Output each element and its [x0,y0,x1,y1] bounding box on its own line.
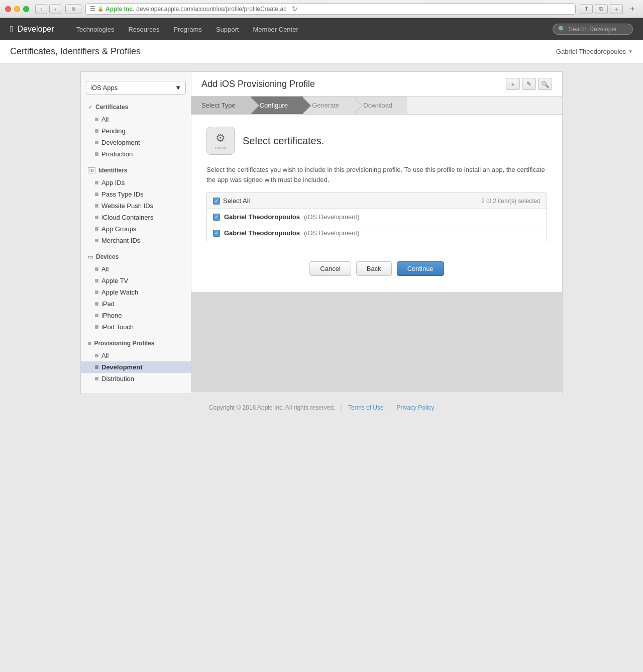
dot-icon [95,227,98,231]
platform-dropdown[interactable]: iOS Apps ▼ [86,81,186,94]
dot-icon [95,314,98,317]
devices-label: Devices [96,253,119,260]
sidebar-item-app-ids[interactable]: App IDs [81,177,191,188]
back-button[interactable]: Back [356,261,392,276]
user-menu[interactable]: Gabriel Theodoropoulos ▼ [556,48,633,55]
sidebar-item-prov-distribution[interactable]: Distribution [81,373,191,385]
cert-all-label: All [101,116,109,123]
add-button[interactable]: + [506,78,520,90]
app-groups-label: App Groups [101,225,136,233]
user-dropdown-arrow-icon: ▼ [628,49,633,54]
share-button[interactable]: ⬆ [580,4,593,14]
nav-technologies[interactable]: Technologies [69,18,122,40]
browser-navigation: ‹ › [35,4,61,14]
cert-2-name: Gabriel Theodoropoulos [224,229,300,237]
url-bar: ☰ 🔒 Apple Inc. developer.apple.com/accou… [85,4,576,15]
prov-file-icon: ⚙ PROV [206,127,235,155]
sidebar-item-merchant-ids[interactable]: Merchant IDs [81,235,191,246]
sidebar-item-ipad[interactable]: iPad [81,298,191,310]
panel-actions: + ✎ 🔍 [506,78,552,90]
identifiers-icon: ID [88,167,95,173]
devices-all-label: All [101,265,109,273]
nav-member-center[interactable]: Member Center [246,18,305,40]
search-box: 🔍 [553,24,633,35]
cancel-button[interactable]: Cancel [309,261,351,276]
cert-development-label: Development [101,139,140,146]
website-push-ids-label: Website Push IDs [101,202,153,210]
sidebar-item-devices-all[interactable]: All [81,263,191,275]
minimize-button[interactable] [14,6,20,12]
dot-icon [95,302,98,306]
ipad-label: iPad [101,300,115,308]
maximize-button[interactable] [23,6,29,12]
dot-icon [95,239,98,242]
sidebar-item-apple-watch[interactable]: Apple Watch [81,286,191,298]
edit-button[interactable]: ✎ [522,78,536,90]
configure-heading: Select certificates. [243,135,324,147]
cert-row-2: ✓ Gabriel Theodoropoulos (iOS Developmen… [207,225,547,241]
gray-area [191,292,562,393]
reload-button[interactable]: ↻ [288,4,300,14]
certificates-label: Certificates [95,104,128,111]
nav-resources[interactable]: Resources [121,18,166,40]
sidebar-item-apple-tv[interactable]: Apple TV [81,275,191,286]
select-all-text: Select All [223,197,250,205]
dot-icon [95,325,98,329]
back-nav-button[interactable]: ‹ [35,4,47,14]
reading-list-button[interactable]: + [610,4,623,14]
select-all-checkbox[interactable]: ✓ [213,198,220,205]
apple-watch-label: Apple Watch [101,289,138,296]
sidebar-item-prov-development[interactable]: Development [81,361,191,373]
bookmark-button[interactable]: ⧉ [595,4,608,14]
action-buttons: Cancel Back Continue [206,253,547,280]
sidebar-item-ipod-touch[interactable]: iPod Touch [81,321,191,333]
sidebar-item-iphone[interactable]: iPhone [81,310,191,321]
dot-icon [95,129,98,133]
dot-icon [95,181,98,184]
step-download-label: Download [363,102,392,109]
forward-nav-button[interactable]: › [49,4,61,14]
dropdown-arrow-icon: ▼ [175,84,181,91]
certificates-icon: ✓ [88,104,92,111]
search-panel-button[interactable]: 🔍 [538,78,552,90]
sidebar-item-cert-pending[interactable]: Pending [81,125,191,137]
privacy-link[interactable]: Privacy Policy [397,404,435,411]
cert-2-checkbox[interactable]: ✓ [213,230,220,237]
dot-icon [95,354,98,357]
nav-support[interactable]: Support [209,18,246,40]
sidebar-item-prov-all[interactable]: All [81,350,191,361]
sidebar-item-cert-all[interactable]: All [81,114,191,125]
list-icon: ☰ [90,6,95,13]
sidebar-item-cert-production[interactable]: Production [81,148,191,160]
search-input[interactable] [569,26,629,33]
close-button[interactable] [5,6,11,12]
separator: | [341,404,343,411]
identifiers-section: ID Identifiers App IDs Pass Type IDs Web… [81,164,191,246]
sidebar-item-app-groups[interactable]: App Groups [81,223,191,235]
sidebar-item-website-push-ids[interactable]: Website Push IDs [81,200,191,212]
certificates-section-header: ✓ Certificates [81,101,191,114]
cert-1-checkbox[interactable]: ✓ [213,214,220,221]
dot-icon [95,141,98,144]
sidebar-item-cert-development[interactable]: Development [81,137,191,148]
dot-icon [95,152,98,156]
sidebar-item-pass-type-ids[interactable]: Pass Type IDs [81,188,191,200]
select-all-label[interactable]: ✓ Select All [213,197,250,205]
pass-type-ids-label: Pass Type IDs [101,190,144,198]
tab-view-button[interactable]: ⧉ [65,4,81,14]
continue-button[interactable]: Continue [397,261,444,276]
iphone-label: iPhone [101,312,122,319]
ssl-lock-icon: 🔒 [97,6,103,12]
search-icon: 🔍 [558,26,566,33]
nav-programs[interactable]: Programs [167,18,209,40]
content-area: iOS Apps ▼ ✓ Certificates All Pending [80,71,563,394]
sidebar-item-icloud-containers[interactable]: iCloud Containers [81,212,191,223]
step-generate-label: Generate [312,102,339,109]
step-select-type[interactable]: Select Type [191,97,251,114]
instruction-text: Select the certificates you wish to incl… [206,165,547,184]
dot-icon [95,216,98,219]
terms-link[interactable]: Terms of Use [348,404,384,411]
new-tab-button[interactable]: + [627,4,638,15]
cert-row-1: ✓ Gabriel Theodoropoulos (iOS Developmen… [207,209,547,225]
certificate-table: ✓ Select All 2 of 2 item(s) selected ✓ G… [206,193,547,241]
